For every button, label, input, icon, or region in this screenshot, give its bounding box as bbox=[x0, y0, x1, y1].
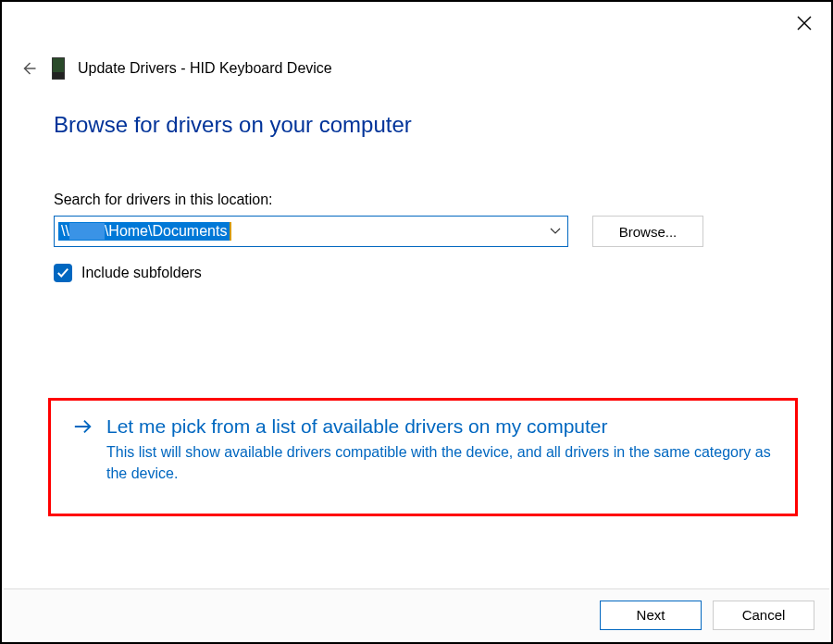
browse-button[interactable]: Browse... bbox=[592, 216, 703, 247]
page-heading: Browse for drivers on your computer bbox=[54, 112, 779, 138]
footer: Next Cancel bbox=[4, 588, 829, 640]
pick-driver-option[interactable]: Let me pick from a list of available dri… bbox=[48, 398, 798, 516]
back-arrow-icon bbox=[20, 60, 37, 77]
include-subfolders-checkbox[interactable] bbox=[54, 264, 72, 282]
pick-driver-description: This list will show available drivers co… bbox=[106, 441, 773, 484]
header: Update Drivers - HID Keyboard Device bbox=[2, 48, 831, 80]
checkmark-icon bbox=[56, 266, 69, 279]
path-value: \\\Home\Documents bbox=[58, 222, 230, 241]
close-button[interactable] bbox=[794, 13, 814, 33]
close-icon bbox=[797, 16, 812, 31]
path-combobox[interactable]: \\\Home\Documents bbox=[54, 216, 568, 247]
combobox-dropdown-button[interactable] bbox=[543, 217, 567, 246]
back-button[interactable] bbox=[19, 58, 39, 79]
pick-driver-title: Let me pick from a list of available dri… bbox=[106, 415, 608, 438]
arrow-right-icon bbox=[73, 416, 93, 437]
window-title: Update Drivers - HID Keyboard Device bbox=[78, 60, 332, 77]
device-icon bbox=[52, 57, 65, 80]
next-button[interactable]: Next bbox=[600, 601, 702, 630]
chevron-down-icon bbox=[550, 226, 561, 237]
path-redacted-segment bbox=[69, 223, 105, 240]
include-subfolders-label: Include subfolders bbox=[81, 265, 202, 281]
cancel-button[interactable]: Cancel bbox=[713, 601, 814, 630]
search-location-label: Search for drivers in this location: bbox=[54, 192, 779, 208]
text-caret bbox=[230, 222, 231, 241]
